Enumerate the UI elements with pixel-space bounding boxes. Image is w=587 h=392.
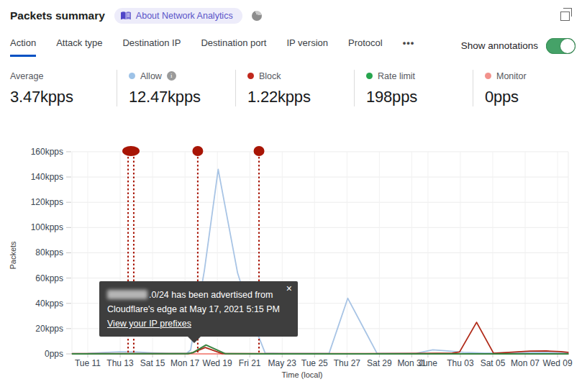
x-tick-label: Thu 03 — [447, 358, 474, 368]
stat-rate-limit-value: 198pps — [366, 88, 473, 106]
stat-allow: Allow 12.47kpps — [117, 70, 235, 106]
x-axis-title: Time (local) — [281, 370, 322, 379]
tab-attack-type[interactable]: Attack type — [56, 37, 102, 57]
stat-average: Average 3.47kpps — [10, 70, 117, 106]
tab-protocol[interactable]: Protocol — [348, 37, 383, 57]
x-tick-label: Tue 11 — [75, 358, 101, 368]
stat-monitor-label: Monitor — [496, 71, 527, 81]
x-tick-label: Mon 17 — [170, 358, 199, 368]
stat-block-label: Block — [259, 71, 281, 81]
annotation-marker — [192, 146, 203, 156]
annotation-tooltip: × .0/24 has been advertised from Cloudfl… — [99, 281, 298, 337]
x-tick-label: Fri 21 — [239, 358, 261, 368]
show-annotations-control: Show annotations — [461, 38, 575, 57]
tab-ip-version[interactable]: IP version — [286, 37, 328, 57]
y-tick-label: 0pps — [45, 349, 63, 359]
y-tick-label: 20kpps — [35, 324, 63, 334]
allow-legend-dot — [129, 73, 135, 79]
rate-limit-legend-dot — [366, 73, 373, 79]
about-network-analytics-badge[interactable]: About Network Analytics — [114, 8, 242, 24]
block-legend-dot — [247, 73, 254, 79]
x-tick-label: Tue 25 — [301, 358, 328, 368]
toggle-knob — [560, 39, 575, 53]
x-tick-label: Sat 29 — [367, 358, 392, 368]
tab-destination-ip[interactable]: Destination IP — [122, 37, 181, 57]
redacted-ip-prefix — [107, 290, 147, 299]
x-tick-label: June — [419, 358, 437, 368]
y-tick-label: 80kpps — [35, 247, 63, 257]
stat-average-label: Average — [10, 71, 43, 81]
packets-chart[interactable]: 160kpps140kpps120kpps100kpps80kpps60kpps… — [0, 133, 587, 392]
tab-destination-port[interactable]: Destination port — [201, 37, 266, 57]
x-tick-label: Thu 13 — [106, 358, 134, 368]
monitor-legend-dot — [485, 73, 491, 79]
y-tick-label: 120kpps — [31, 197, 63, 207]
page-title: Packets summary — [10, 9, 105, 22]
y-tick-label: 40kpps — [35, 298, 63, 309]
tooltip-line1: .0/24 has been advertised from — [107, 288, 290, 302]
y-tick-label: 100kpps — [31, 222, 63, 232]
chart-header: Packets summary About Network Analytics — [10, 8, 262, 24]
stat-rate-limit-label: Rate limit — [378, 71, 415, 81]
stat-average-value: 3.47kpps — [10, 88, 117, 106]
badge-label: About Network Analytics — [136, 11, 233, 21]
show-annotations-label: Show annotations — [461, 40, 538, 51]
x-tick-label: Mon 07 — [511, 358, 540, 368]
view-ip-prefixes-link[interactable]: View your IP prefixes — [107, 319, 191, 329]
annotation-marker — [254, 146, 265, 156]
book-icon — [121, 12, 131, 20]
stat-block-value: 1.22kpps — [247, 88, 354, 106]
stat-monitor-value: 0pps — [485, 88, 587, 106]
x-tick-label: May 23 — [268, 358, 297, 368]
y-tick-label: 160kpps — [31, 147, 63, 157]
y-axis-title: Packets — [9, 241, 17, 270]
stat-allow-label: Allow — [140, 71, 162, 81]
data-freshness-donut-icon — [252, 11, 262, 21]
annotation-marker — [122, 146, 140, 156]
x-tick-label: Wed 19 — [203, 358, 232, 368]
info-icon[interactable] — [167, 71, 176, 81]
tab-action[interactable]: Action — [10, 37, 36, 57]
x-tick-label: Sat 05 — [481, 358, 506, 368]
show-annotations-toggle[interactable] — [546, 38, 575, 54]
tooltip-line2: Cloudflare's edge at May 17, 2021 5:15 P… — [107, 302, 290, 316]
y-tick-label: 60kpps — [35, 273, 63, 283]
x-tick-label: Thu 27 — [334, 358, 361, 368]
stat-monitor: Monitor 0pps — [473, 70, 587, 106]
more-tabs-button[interactable]: ••• — [403, 37, 415, 57]
x-tick-label: Wed 09 — [543, 358, 573, 368]
copy-icon[interactable] — [560, 12, 570, 21]
stat-rate-limit: Rate limit 198pps — [354, 70, 473, 106]
tab-bar: Action Attack type Destination IP Destin… — [10, 37, 575, 57]
stat-allow-value: 12.47kpps — [129, 88, 235, 106]
y-tick-label: 140kpps — [31, 172, 63, 182]
stat-block: Block 1.22kpps — [235, 70, 354, 106]
tooltip-close-icon[interactable]: × — [286, 283, 292, 293]
x-tick-label: Sat 15 — [140, 358, 165, 368]
stats-row: Average 3.47kpps Allow 12.47kpps Block 1… — [10, 70, 587, 106]
